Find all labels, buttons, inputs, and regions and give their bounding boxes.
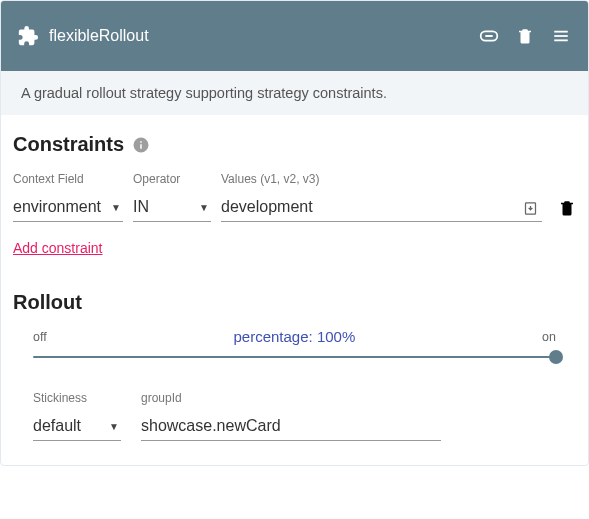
add-constraint-link[interactable]: Add constraint <box>13 240 103 256</box>
strategy-description: A gradual rollout strategy supporting st… <box>1 71 588 115</box>
operator-field: Operator IN ▼ <box>133 172 211 222</box>
context-field-field: Context Field environment ▼ <box>13 172 123 222</box>
groupid-label: groupId <box>141 391 441 405</box>
svg-rect-1 <box>554 35 568 37</box>
constraint-row: Context Field environment ▼ Operator IN … <box>13 172 576 222</box>
off-label: off <box>33 330 47 344</box>
save-icon[interactable] <box>522 200 538 216</box>
context-field-select[interactable]: environment ▼ <box>13 192 123 222</box>
trash-icon[interactable] <box>516 26 534 46</box>
link-icon[interactable] <box>478 25 500 47</box>
strategy-title: flexibleRollout <box>49 27 149 45</box>
svg-rect-2 <box>554 39 568 41</box>
context-field-label: Context Field <box>13 172 123 186</box>
header-left: flexibleRollout <box>17 25 149 47</box>
chevron-down-icon: ▼ <box>199 201 209 212</box>
on-label: on <box>542 330 556 344</box>
percentage-label: percentage: 100% <box>234 328 356 345</box>
operator-label: Operator <box>133 172 211 186</box>
puzzle-icon <box>17 25 39 47</box>
svg-rect-0 <box>554 31 568 33</box>
values-label: Values (v1, v2, v3) <box>221 172 542 186</box>
groupid-input[interactable] <box>141 411 441 441</box>
constraints-title-row: Constraints <box>13 133 576 156</box>
strategy-card: flexibleRollout A gradual ro <box>0 0 589 466</box>
chevron-down-icon: ▼ <box>111 201 121 212</box>
operator-select[interactable]: IN ▼ <box>133 192 211 222</box>
slider-thumb[interactable] <box>549 350 563 364</box>
chevron-down-icon: ▼ <box>109 420 119 431</box>
operator-value: IN <box>133 198 149 216</box>
delete-constraint-button[interactable] <box>558 198 576 222</box>
stickiness-label: Stickiness <box>33 391 121 405</box>
stickiness-value: default <box>33 417 81 435</box>
slider-labels: off percentage: 100% on <box>33 328 556 345</box>
values-input[interactable] <box>221 192 542 222</box>
values-field: Values (v1, v2, v3) <box>221 172 542 222</box>
rollout-fields: Stickiness default ▼ groupId <box>13 391 576 441</box>
stickiness-field: Stickiness default ▼ <box>33 391 121 441</box>
percentage-slider[interactable] <box>33 349 556 365</box>
info-icon[interactable] <box>132 136 150 154</box>
rollout-slider-box: off percentage: 100% on <box>13 328 576 365</box>
constraints-section: Constraints Context Field environment ▼ … <box>1 115 588 281</box>
context-field-value: environment <box>13 198 101 216</box>
header-actions <box>478 25 572 47</box>
stickiness-select[interactable]: default ▼ <box>33 411 121 441</box>
rollout-title: Rollout <box>13 291 82 313</box>
slider-track-line <box>33 356 556 358</box>
groupid-field: groupId <box>141 391 441 441</box>
strategy-header: flexibleRollout <box>1 1 588 71</box>
constraints-title: Constraints <box>13 133 124 156</box>
drag-handle-icon[interactable] <box>550 27 572 45</box>
rollout-section: Rollout off percentage: 100% on Stickine… <box>1 281 588 465</box>
